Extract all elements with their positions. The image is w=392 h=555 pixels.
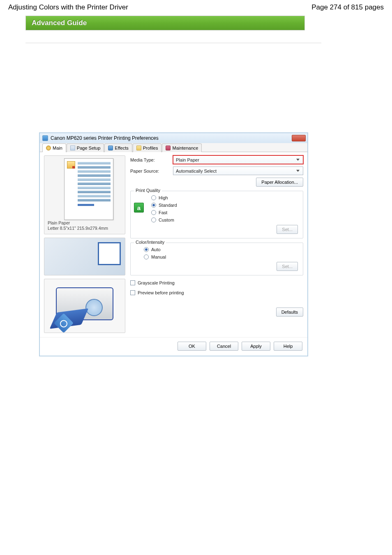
tab-profiles[interactable]: Profiles [133, 143, 162, 152]
cancel-button[interactable]: Cancel [210, 342, 238, 351]
ci-manual-radio[interactable]: Manual [144, 254, 298, 259]
radio-icon [151, 203, 156, 208]
preview-before-checkbox[interactable]: Preview before printing [130, 290, 303, 295]
tab-label: Effects [115, 146, 128, 150]
ok-button[interactable]: OK [178, 342, 206, 351]
close-button[interactable] [292, 135, 306, 141]
color-preview [44, 238, 125, 275]
printer-app-icon [42, 135, 48, 141]
page-title-left: Adjusting Colors with the Printer Driver [8, 3, 128, 12]
checkbox-icon [130, 290, 135, 295]
paper-allocation-button[interactable]: Paper Allocation... [256, 178, 303, 187]
paper-source-select[interactable]: Automatically Select [173, 166, 303, 175]
tab-label: Main [53, 146, 62, 150]
paper-source-label: Paper Source: [130, 169, 173, 173]
tabstrip: Main Page Setup Effects Profiles Mainten… [40, 143, 307, 152]
media-type-select[interactable]: Plain Paper [173, 155, 303, 164]
ci-auto-radio[interactable]: Auto [144, 247, 298, 252]
page-preview: Plain Paper Letter 8.5"x11" 215.9x279.4m… [44, 155, 125, 234]
profiles-tab-icon [136, 146, 141, 150]
effects-tab-icon [108, 146, 113, 150]
apply-button[interactable]: Apply [242, 342, 270, 351]
radio-label: Manual [151, 254, 166, 259]
chevron-down-icon [295, 168, 301, 174]
chevron-down-icon [295, 157, 301, 163]
preview-size-label: Letter 8.5"x11" 215.9x279.4mm [48, 226, 108, 231]
radio-icon [151, 217, 156, 222]
ci-set-button[interactable]: Set... [277, 262, 298, 271]
quality-custom-radio[interactable]: Custom [151, 217, 298, 222]
print-quality-group: Print Quality a High Standard [130, 191, 303, 238]
quality-high-radio[interactable]: High [151, 195, 298, 200]
checkbox-icon [130, 280, 135, 285]
print-quality-title: Print Quality [134, 188, 162, 193]
tab-page-setup[interactable]: Page Setup [67, 143, 104, 152]
tab-label: Page Setup [77, 146, 101, 150]
radio-icon [144, 247, 149, 252]
tab-effects[interactable]: Effects [104, 143, 132, 152]
window-title: Canon MP620 series Printer Printing Pref… [51, 135, 159, 141]
help-button[interactable]: Help [274, 342, 302, 351]
quality-letter-icon: a [134, 203, 144, 213]
radio-label: Standard [159, 203, 177, 208]
quality-set-button[interactable]: Set... [277, 225, 298, 234]
radio-icon [144, 254, 149, 259]
radio-icon [151, 210, 156, 215]
main-tab-icon [46, 146, 51, 150]
page-counter: Page 274 of 815 pages [311, 3, 384, 12]
tab-label: Profiles [143, 146, 158, 150]
radio-label: Fast [159, 210, 167, 215]
color-intensity-group: Color/Intensity Auto Manual [130, 243, 303, 275]
radio-label: High [159, 195, 168, 200]
checkbox-label: Preview before printing [138, 290, 184, 295]
page-setup-tab-icon [70, 146, 75, 150]
titlebar: Canon MP620 series Printer Printing Pref… [40, 133, 307, 143]
preferences-dialog: Canon MP620 series Printer Printing Pref… [39, 132, 308, 356]
tab-label: Maintenance [172, 146, 198, 150]
defaults-button[interactable]: Defaults [276, 308, 303, 317]
printer-illustration [44, 279, 125, 333]
radio-icon [151, 195, 156, 200]
paper-source-value: Automatically Select [176, 169, 217, 173]
checkbox-label: Grayscale Printing [138, 280, 175, 285]
media-type-label: Media Type: [130, 157, 173, 162]
maintenance-tab-icon [166, 146, 171, 150]
divider [25, 43, 321, 43]
quality-fast-radio[interactable]: Fast [151, 210, 298, 215]
radio-label: Auto [151, 247, 161, 252]
media-type-value: Plain Paper [176, 157, 199, 162]
radio-label: Custom [159, 217, 174, 222]
grayscale-checkbox[interactable]: Grayscale Printing [130, 280, 303, 285]
tab-maintenance[interactable]: Maintenance [162, 143, 202, 152]
guide-banner: Advanced Guide [25, 16, 305, 30]
color-intensity-title: Color/Intensity [134, 240, 166, 245]
preview-paper-label: Plain Paper [48, 220, 108, 226]
tab-main[interactable]: Main [42, 143, 66, 152]
quality-standard-radio[interactable]: Standard [151, 203, 298, 208]
